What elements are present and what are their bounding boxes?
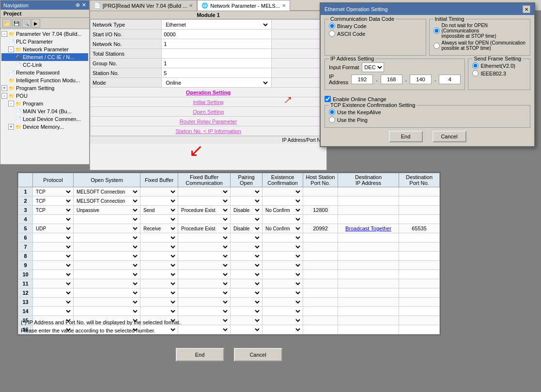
existence-select[interactable]: [263, 235, 302, 241]
existence-cell[interactable]: [263, 279, 303, 288]
protocol-cell[interactable]: TCP: [33, 187, 74, 196]
start-io-value[interactable]: [162, 30, 272, 39]
fb-comm-cell[interactable]: [178, 215, 231, 224]
pairing-select[interactable]: [232, 216, 261, 223]
fb-comm-select[interactable]: Procedure Exist: [179, 226, 229, 232]
protocol-select[interactable]: TCP: [34, 189, 72, 195]
enable-online-change-checkbox[interactable]: [325, 96, 331, 102]
pairing-select[interactable]: [232, 244, 261, 250]
pairing-cell[interactable]: [231, 270, 263, 279]
group-no-value[interactable]: [162, 59, 272, 68]
fb-comm-select[interactable]: [179, 262, 229, 269]
network-no-input[interactable]: [164, 41, 269, 47]
open-system-select[interactable]: Unpassive: [75, 207, 139, 213]
protocol-cell[interactable]: [33, 279, 74, 288]
existence-cell[interactable]: [263, 233, 303, 242]
open-system-select[interactable]: [75, 281, 139, 287]
fb-comm-cell[interactable]: [178, 252, 231, 261]
pairing-cell[interactable]: [231, 252, 263, 261]
pairing-cell[interactable]: [231, 242, 263, 252]
protocol-select[interactable]: UDP: [34, 226, 72, 232]
tree-item-main[interactable]: 📄 MAIN Ver 7.04 (Bu...: [1, 107, 88, 115]
fb-comm-select[interactable]: [179, 271, 229, 278]
tree-item-remote-pw[interactable]: 📄 Remote Password: [1, 69, 88, 76]
pairing-cell[interactable]: [231, 215, 263, 224]
expand-icon[interactable]: +: [8, 124, 14, 130]
existence-select[interactable]: No Confirm: [263, 207, 302, 213]
fixed-buffer-cell[interactable]: [140, 261, 178, 270]
no-wait-open-radio[interactable]: [433, 28, 440, 34]
open-system-select[interactable]: MELSOFT Connection: [75, 198, 139, 204]
fb-comm-select[interactable]: [179, 290, 229, 296]
protocol-select[interactable]: [34, 308, 72, 315]
close-icon[interactable]: ✕: [82, 2, 86, 8]
open-setting-row[interactable]: Open Setting: [91, 107, 326, 117]
bottom-end-button[interactable]: End: [176, 348, 224, 362]
fb-comm-cell[interactable]: Procedure Exist: [178, 206, 231, 215]
pairing-select[interactable]: [232, 271, 261, 278]
fb-comm-select[interactable]: [179, 189, 229, 195]
fixed-buffer-select[interactable]: [141, 253, 177, 259]
fixed-buffer-select[interactable]: [141, 290, 177, 296]
fb-comm-select[interactable]: Procedure Exist: [179, 207, 229, 213]
tab-close-network[interactable]: ✕: [282, 3, 286, 8]
pairing-select[interactable]: [232, 290, 261, 296]
fixed-buffer-select[interactable]: [141, 216, 177, 223]
binary-code-radio[interactable]: [329, 23, 335, 29]
existence-select[interactable]: [263, 262, 302, 269]
fixed-buffer-select[interactable]: [141, 235, 177, 241]
network-type-select[interactable]: Ethernet: [164, 21, 269, 28]
fixed-buffer-cell[interactable]: [140, 196, 178, 206]
existence-select[interactable]: [263, 216, 302, 223]
expand-icon[interactable]: -: [1, 93, 7, 99]
protocol-cell[interactable]: [33, 298, 74, 307]
fb-comm-select[interactable]: [179, 198, 229, 204]
pairing-select[interactable]: Disable: [232, 207, 261, 213]
protocol-cell[interactable]: [33, 261, 74, 270]
fixed-buffer-cell[interactable]: [140, 233, 178, 242]
station-ip-link[interactable]: Station No. < IP Information: [175, 128, 241, 134]
protocol-cell[interactable]: [33, 215, 74, 224]
ip-part-3[interactable]: [410, 75, 432, 84]
protocol-cell[interactable]: [33, 242, 74, 252]
pairing-cell[interactable]: [231, 279, 263, 288]
protocol-cell[interactable]: TCP: [33, 196, 74, 206]
expand-icon[interactable]: -: [8, 101, 14, 106]
fb-comm-cell[interactable]: [178, 196, 231, 206]
ip-part-4[interactable]: [439, 75, 461, 84]
open-system-select[interactable]: [75, 262, 139, 269]
existence-select[interactable]: [263, 290, 302, 296]
dialog-end-button[interactable]: End: [389, 131, 423, 142]
open-system-cell[interactable]: [74, 279, 140, 288]
toolbar-btn-2[interactable]: 💾: [12, 19, 21, 28]
ping-radio[interactable]: [329, 117, 335, 123]
station-no-input[interactable]: [164, 70, 269, 76]
open-system-cell[interactable]: [74, 224, 140, 233]
fixed-buffer-cell[interactable]: [140, 187, 178, 196]
expand-icon[interactable]: +: [1, 85, 7, 91]
pairing-cell[interactable]: [231, 298, 263, 307]
network-no-value[interactable]: [162, 39, 272, 49]
mode-select[interactable]: Online: [164, 79, 269, 86]
router-relay-link[interactable]: Router Relay Parameter: [180, 119, 237, 124]
pairing-select[interactable]: [232, 253, 261, 259]
ip-part-2[interactable]: [381, 75, 402, 84]
fixed-buffer-select[interactable]: [141, 189, 177, 195]
existence-cell[interactable]: [263, 242, 303, 252]
tree-item-intelligent[interactable]: 📁 Intelligent Function Modu...: [1, 76, 88, 84]
fb-comm-select[interactable]: [179, 216, 229, 223]
fixed-buffer-select[interactable]: Receive: [141, 226, 177, 232]
start-io-input[interactable]: [164, 31, 269, 37]
fixed-buffer-select[interactable]: [141, 271, 177, 278]
tree-item-root[interactable]: - 📁 Parameter Ver 7.04 (Build...: [1, 30, 88, 38]
fb-comm-cell[interactable]: [178, 288, 231, 298]
pairing-select[interactable]: [232, 281, 261, 287]
total-stations-value[interactable]: [162, 49, 272, 59]
fb-comm-select[interactable]: [179, 299, 229, 305]
open-system-select[interactable]: [75, 308, 139, 315]
protocol-select[interactable]: [34, 281, 72, 287]
dialog-cancel-button[interactable]: Cancel: [433, 131, 466, 142]
pairing-cell[interactable]: [231, 288, 263, 298]
open-setting-link[interactable]: Open Setting: [193, 109, 224, 115]
tree-item-local-device[interactable]: 📄 Local Device Commen...: [1, 115, 88, 123]
